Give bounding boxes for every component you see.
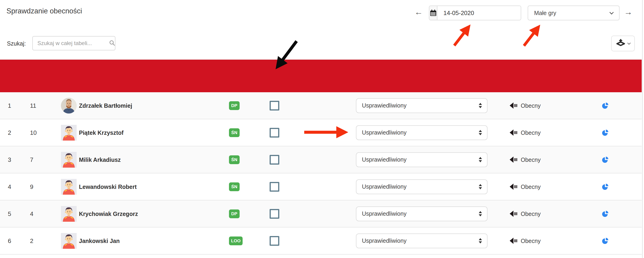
rewind-previous-icon bbox=[510, 238, 518, 244]
select-stepper-icon bbox=[479, 238, 482, 243]
previous-status-text: Obecny bbox=[521, 183, 540, 190]
date-input[interactable] bbox=[438, 6, 521, 20]
photo-man-avatar bbox=[61, 98, 77, 113]
table-row: 2 10 bbox=[0, 119, 642, 146]
present-checkbox[interactable] bbox=[270, 155, 279, 165]
details-select[interactable]: Usprawiedliwiony bbox=[356, 179, 488, 194]
previous-status: Obecny bbox=[510, 237, 540, 244]
table-row: 5 4 bbox=[0, 200, 642, 227]
details-select-value: Usprawiedliwiony bbox=[362, 210, 479, 217]
details-select[interactable]: Usprawiedliwiony bbox=[356, 125, 488, 140]
export-icon bbox=[616, 39, 626, 48]
rewind-previous-icon bbox=[510, 211, 518, 217]
training-type-value: Małe gry bbox=[534, 10, 610, 17]
present-checkbox[interactable] bbox=[270, 101, 279, 110]
pie-chart-icon[interactable] bbox=[602, 156, 609, 164]
red-annotation-arrow-date bbox=[454, 32, 464, 46]
player-avatar bbox=[61, 179, 77, 195]
table-row: 3 7 bbox=[0, 146, 642, 173]
row-index: 4 bbox=[8, 183, 11, 190]
search-box[interactable] bbox=[32, 36, 116, 50]
select-stepper-icon bbox=[479, 130, 482, 135]
player-name: Piątek Krzysztof bbox=[79, 129, 124, 136]
present-checkbox[interactable] bbox=[270, 182, 279, 192]
player-number: 7 bbox=[30, 156, 33, 163]
table-row: 6 2 bbox=[0, 227, 642, 254]
player-avatar bbox=[61, 206, 77, 222]
details-select-value: Usprawiedliwiony bbox=[362, 129, 479, 136]
previous-day-arrow-button[interactable]: ← bbox=[414, 8, 423, 16]
player-avatar bbox=[61, 98, 77, 113]
export-button[interactable] bbox=[611, 36, 635, 51]
position-badge: ŚN bbox=[229, 155, 240, 164]
training-type-select[interactable]: Małe gry bbox=[528, 6, 620, 20]
details-select-value: Usprawiedliwiony bbox=[362, 237, 479, 244]
row-index: 3 bbox=[8, 156, 11, 163]
rewind-previous-icon bbox=[510, 130, 518, 136]
player-name: Zdrzałek Bartłomiej bbox=[79, 102, 132, 109]
player-name: Jankowski Jan bbox=[79, 237, 120, 244]
row-index: 1 bbox=[8, 102, 11, 109]
pie-chart-icon[interactable] bbox=[602, 183, 609, 191]
player-name: Lewandowski Robert bbox=[79, 183, 137, 190]
table-header: Lp Nr Zawodnik Pozycja Obecny Szczegóły … bbox=[0, 60, 642, 92]
details-select-value: Usprawiedliwiony bbox=[362, 183, 479, 190]
row-index: 5 bbox=[8, 210, 11, 217]
cartoon-boy-avatar bbox=[61, 152, 77, 168]
details-select-value: Usprawiedliwiony bbox=[362, 102, 479, 109]
present-checkbox[interactable] bbox=[270, 128, 279, 138]
player-avatar bbox=[61, 152, 77, 168]
chevron-down-icon bbox=[628, 41, 630, 45]
present-checkbox[interactable] bbox=[270, 209, 279, 219]
present-checkbox[interactable] bbox=[270, 236, 279, 246]
details-select[interactable]: Usprawiedliwiony bbox=[356, 233, 488, 248]
previous-status: Obecny bbox=[510, 129, 540, 136]
black-annotation-arrow bbox=[282, 41, 296, 61]
previous-status-text: Obecny bbox=[521, 210, 540, 217]
search-icon bbox=[109, 40, 115, 47]
previous-status-text: Obecny bbox=[521, 102, 540, 109]
row-index: 6 bbox=[8, 237, 11, 244]
details-select[interactable]: Usprawiedliwiony bbox=[356, 152, 488, 167]
position-badge: ŚN bbox=[229, 128, 240, 137]
calendar-icon[interactable] bbox=[429, 6, 438, 20]
previous-status-text: Obecny bbox=[521, 156, 540, 163]
rewind-previous-icon bbox=[510, 184, 518, 190]
table-row: 1 11 bbox=[0, 92, 642, 119]
player-number: 10 bbox=[30, 129, 37, 136]
details-select[interactable]: Usprawiedliwiony bbox=[356, 98, 488, 113]
previous-status: Obecny bbox=[510, 102, 540, 109]
details-select-value: Usprawiedliwiony bbox=[362, 156, 479, 163]
player-number: 2 bbox=[30, 237, 33, 244]
previous-status: Obecny bbox=[510, 156, 540, 163]
cartoon-boy-avatar bbox=[61, 233, 77, 249]
player-number: 4 bbox=[30, 210, 33, 217]
date-picker-group[interactable] bbox=[429, 6, 521, 20]
pie-chart-icon[interactable] bbox=[602, 129, 609, 137]
previous-status: Obecny bbox=[510, 210, 540, 217]
pie-chart-icon[interactable] bbox=[602, 102, 609, 109]
cartoon-boy-avatar bbox=[61, 179, 77, 195]
player-number: 9 bbox=[30, 183, 33, 190]
position-badge: LOO bbox=[229, 236, 242, 245]
previous-status-text: Obecny bbox=[521, 129, 540, 136]
player-number: 11 bbox=[30, 102, 36, 109]
cartoon-boy-avatar bbox=[61, 125, 77, 141]
select-stepper-icon bbox=[479, 211, 482, 216]
rewind-previous-icon bbox=[510, 102, 518, 109]
next-day-arrow-button[interactable]: → bbox=[624, 8, 632, 16]
chevron-down-icon bbox=[610, 10, 614, 14]
scrollbar-gutter[interactable] bbox=[642, 0, 644, 258]
search-input[interactable] bbox=[38, 40, 109, 47]
pie-chart-icon[interactable] bbox=[602, 237, 609, 244]
cartoon-boy-avatar bbox=[61, 206, 77, 222]
player-avatar bbox=[61, 233, 77, 249]
table-body: 1 11 bbox=[0, 92, 642, 254]
details-select[interactable]: Usprawiedliwiony bbox=[356, 206, 488, 221]
select-stepper-icon bbox=[479, 157, 482, 162]
search-label: Szukaj: bbox=[7, 40, 26, 47]
pie-chart-icon[interactable] bbox=[602, 210, 609, 217]
page-title: Sprawdzanie obecności bbox=[6, 7, 82, 15]
previous-status: Obecny bbox=[510, 183, 540, 190]
position-badge: DP bbox=[229, 209, 240, 218]
